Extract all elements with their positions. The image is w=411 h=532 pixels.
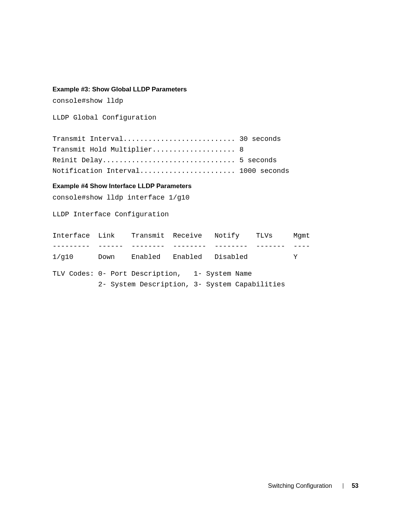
example3-line-3: Reinit Delay............................… [53,155,358,166]
footer-section: Switching Configuration [268,482,332,489]
document-page: Example #3: Show Global LLDP Parameters … [0,0,411,532]
example3-line-2: Transmit Hold Multiplier................… [53,144,358,155]
example3-blank [53,123,358,134]
tlv-codes-line-2: 2- System Description, 3- System Capabil… [53,279,358,290]
footer-separator [343,483,343,489]
tlv-codes-line-1: TLV Codes: 0- Port Description, 1- Syste… [53,268,358,279]
example4-section-title: LLDP Interface Configuration [53,209,358,220]
footer-page-number: 53 [352,482,358,489]
interface-table-header: Interface Link Transmit Receive Notify T… [53,230,358,241]
example3-command: console#show lldp [53,96,358,106]
example3-section-title: LLDP Global Configuration [53,112,358,123]
example4-heading: Example #4 Show Interface LLDP Parameter… [53,182,358,190]
page-footer: Switching Configuration 53 [268,482,358,489]
example4-command: console#show lldp interface 1/g10 [53,192,358,203]
example3-heading: Example #3: Show Global LLDP Parameters [53,86,358,93]
example4-blank [53,220,358,230]
interface-table-divider: --------- ------ -------- -------- -----… [53,241,358,252]
interface-table-row: 1/g10 Down Enabled Enabled Disabled Y [53,252,358,262]
example3-line-4: Notification Interval...................… [53,166,358,176]
example3-line-1: Transmit Interval.......................… [53,134,358,144]
